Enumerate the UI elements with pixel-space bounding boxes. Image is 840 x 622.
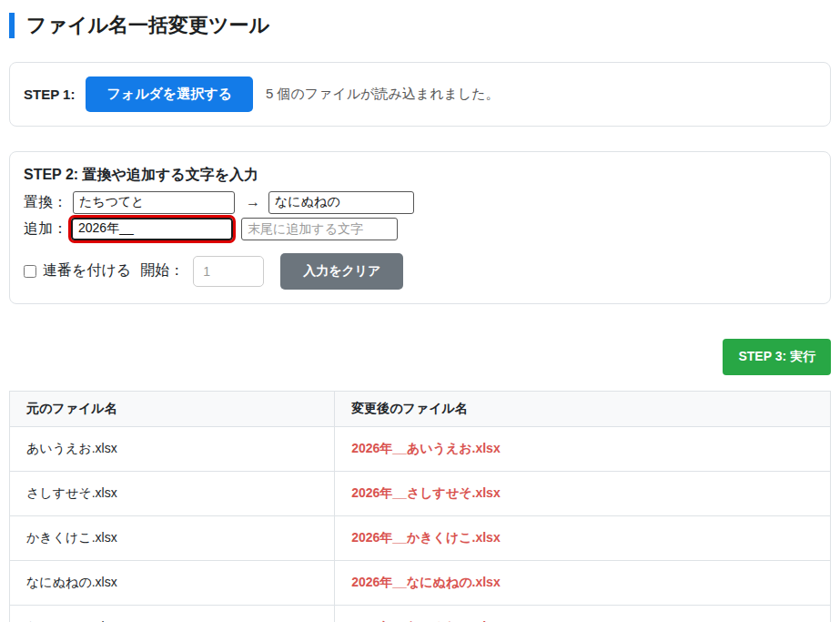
table-row: さしすせそ.xlsx 2026年__さしすせそ.xlsx xyxy=(10,471,831,515)
step2-heading: STEP 2: 置換や追加する文字を入力 xyxy=(24,166,816,185)
original-filename: かきくけこ.xlsx xyxy=(10,515,335,560)
renamed-filename: 2026年__さしすせそ.xlsx xyxy=(351,485,501,500)
clear-inputs-button[interactable]: 入力をクリア xyxy=(280,253,403,290)
sequence-row: 連番を付ける 開始： 入力をクリア xyxy=(24,253,816,290)
original-filename: あいうえお.xlsx xyxy=(10,426,335,471)
select-folder-button[interactable]: フォルダを選択する xyxy=(86,76,252,112)
replace-from-input[interactable] xyxy=(73,191,235,214)
table-row: かきくけこ.xlsx 2026年__かきくけこ.xlsx xyxy=(10,515,831,560)
column-header-renamed: 変更後のファイル名 xyxy=(335,391,831,426)
replace-row: 置換： → xyxy=(24,191,816,214)
step2-panel: STEP 2: 置換や追加する文字を入力 置換： → 追加： 連番を付ける 開始… xyxy=(9,151,831,304)
replace-to-input[interactable] xyxy=(268,191,414,214)
sequence-checkbox[interactable] xyxy=(24,265,36,278)
arrow-right-icon: → xyxy=(246,194,260,210)
renamed-filename: 2026年__なにぬねの.xlsx xyxy=(351,619,501,622)
table-row: あいうえお.xlsx 2026年__あいうえお.xlsx xyxy=(10,426,831,471)
step1-label: STEP 1: xyxy=(24,87,75,102)
append-prefix-input[interactable] xyxy=(71,218,233,240)
table-header-row: 元のファイル名 変更後のファイル名 xyxy=(10,391,831,426)
append-suffix-input[interactable] xyxy=(241,218,398,240)
append-label: 追加： xyxy=(24,219,73,239)
renamed-filename: 2026年__なにぬねの.xlsx xyxy=(351,575,501,589)
step3-row: STEP 3: 実行 xyxy=(9,339,831,375)
renamed-filename: 2026年__あいうえお.xlsx xyxy=(351,441,501,455)
table-row: なにぬねの.xlsx 2026年__なにぬねの.xlsx xyxy=(10,560,831,605)
files-loaded-status: 5 個のファイルが読み込まれました。 xyxy=(266,86,500,103)
sequence-start-label: 開始： xyxy=(140,261,184,280)
execute-button[interactable]: STEP 3: 実行 xyxy=(723,339,831,375)
step1-panel: STEP 1: フォルダを選択する 5 個のファイルが読み込まれました。 xyxy=(9,62,831,127)
table-row: たちつてと.xlsx 2026年__なにぬねの.xlsx xyxy=(10,605,831,622)
original-filename: なにぬねの.xlsx xyxy=(10,560,335,605)
renamed-filename: 2026年__かきくけこ.xlsx xyxy=(351,530,501,545)
sequence-start-input[interactable] xyxy=(193,256,264,287)
file-rename-table: 元のファイル名 変更後のファイル名 あいうえお.xlsx 2026年__あいうえ… xyxy=(9,391,831,622)
original-filename: さしすせそ.xlsx xyxy=(10,471,335,515)
app-container: ファイル名一括変更ツール STEP 1: フォルダを選択する 5 個のファイルが… xyxy=(9,13,831,622)
page-title: ファイル名一括変更ツール xyxy=(9,13,831,38)
append-row: 追加： xyxy=(24,218,816,240)
original-filename: たちつてと.xlsx xyxy=(10,605,335,622)
sequence-checkbox-label: 連番を付ける xyxy=(43,261,131,280)
replace-label: 置換： xyxy=(24,193,73,212)
column-header-original: 元のファイル名 xyxy=(10,391,335,426)
